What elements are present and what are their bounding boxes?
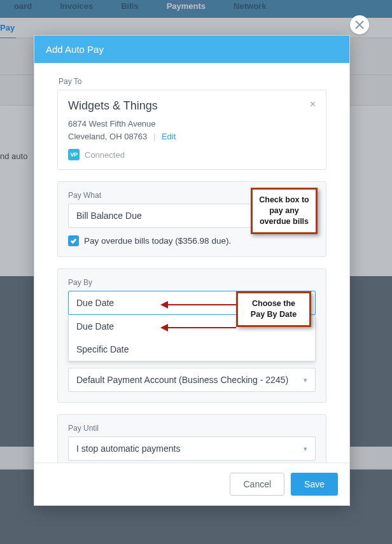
pay-until-value: I stop automatic payments — [76, 443, 180, 454]
add-autopay-modal: Add Auto Pay Pay To × Widgets & Things 6… — [34, 35, 350, 506]
vp-badge-icon: VP — [68, 149, 80, 160]
pay-by-card: Pay By Due Date ▴ Due Date Specific Date… — [57, 269, 326, 403]
close-icon — [355, 20, 364, 29]
separator: | — [153, 132, 155, 141]
pay-by-label: Pay By — [68, 278, 316, 287]
chevron-down-icon: ▾ — [304, 445, 307, 453]
connected-status: Connected — [85, 150, 125, 160]
check-icon — [70, 237, 77, 244]
cancel-button[interactable]: Cancel — [230, 473, 284, 496]
chevron-down-icon: ▾ — [304, 376, 307, 384]
pay-from-select[interactable]: Default Payment Account (Business Checki… — [68, 368, 316, 392]
pay-from-value: Default Payment Account (Business Checki… — [76, 375, 288, 385]
callout-overdue: Check box to pay any overdue bills — [251, 188, 318, 234]
close-modal-button[interactable] — [350, 15, 369, 34]
modal-title: Add Auto Pay — [34, 36, 349, 63]
vendor-name: Widgets & Things — [68, 99, 316, 113]
clear-vendor-button[interactable]: × — [310, 99, 316, 109]
save-button[interactable]: Save — [291, 473, 338, 496]
pay-by-selected: Due Date — [76, 298, 114, 308]
pay-by-option-specific-date[interactable]: Specific Date — [69, 338, 315, 361]
arrow-to-specific-date — [164, 327, 236, 328]
callout-payby: Choose the Pay By Date — [236, 291, 311, 327]
modal-footer: Cancel Save — [34, 463, 349, 505]
overdue-checkbox-label: Pay overdue bills today ($356.98 due). — [84, 236, 231, 246]
overdue-checkbox[interactable] — [68, 235, 79, 246]
pay-until-label: Pay Until — [68, 424, 316, 433]
pay-to-label: Pay To — [59, 77, 326, 86]
arrow-to-due-date — [164, 304, 236, 305]
pay-until-card: Pay Until I stop automatic payments ▾ — [57, 414, 326, 463]
pay-to-card: × Widgets & Things 6874 West Fifth Avenu… — [57, 90, 326, 170]
vendor-address: 6874 West Fifth Avenue Cleveland, OH 087… — [68, 118, 316, 143]
pay-what-value: Bill Balance Due — [76, 211, 142, 221]
pay-until-select[interactable]: I stop automatic payments ▾ — [68, 436, 316, 461]
edit-vendor-link[interactable]: Edit — [162, 132, 176, 141]
vendor-address-line1: 6874 West Fifth Avenue — [68, 118, 316, 130]
vendor-address-line2: Cleveland, OH 08763 — [68, 132, 147, 141]
